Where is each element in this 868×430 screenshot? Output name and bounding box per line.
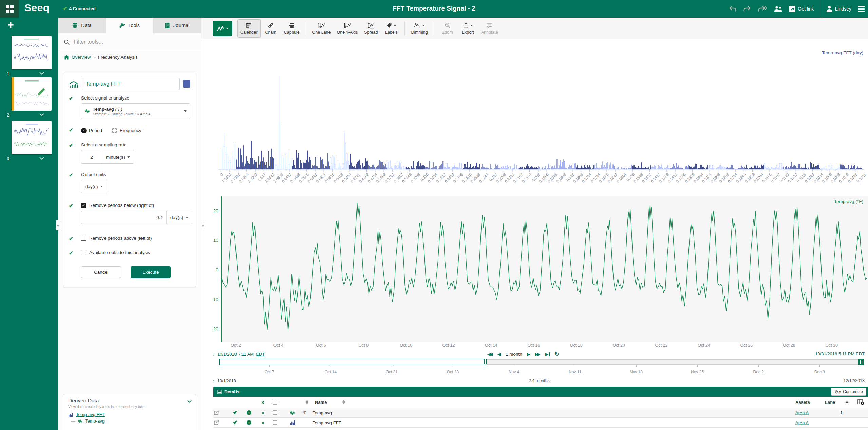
table-row-temp-avg[interactable]: i × °F Temp-avg Area A 1 bbox=[213, 408, 868, 418]
worksheet-thumbnail-2-active[interactable] bbox=[12, 77, 52, 111]
toolbar-chain-button[interactable]: Chain bbox=[261, 19, 281, 38]
toolbar-zoom-button[interactable]: Zoom bbox=[437, 19, 458, 38]
tab-data[interactable]: Data bbox=[58, 18, 106, 33]
toolbar-one-lane-button[interactable]: One Lane bbox=[309, 19, 334, 38]
period-radio[interactable]: ✔ Period bbox=[81, 128, 102, 133]
toolbar-dimming-button[interactable]: Dimming bbox=[408, 19, 431, 38]
selected-range-slider[interactable] bbox=[219, 359, 486, 365]
refresh-icon[interactable]: ↻ bbox=[554, 351, 559, 357]
output-unit-dropdown[interactable]: day(s) bbox=[81, 180, 107, 193]
remove-above-checkbox[interactable]: Remove periods above (left of) bbox=[81, 236, 190, 241]
hamburger-menu-button[interactable] bbox=[857, 4, 865, 14]
user-menu[interactable]: Lindsey bbox=[825, 5, 852, 13]
toolbar-calendar-button[interactable]: Calendar bbox=[237, 19, 261, 38]
sampling-unit-dropdown[interactable]: minute(s) bbox=[102, 150, 134, 163]
execute-button[interactable]: Execute bbox=[131, 266, 171, 278]
breadcrumb-overview-link[interactable]: Overview bbox=[72, 55, 91, 60]
step-forward-button[interactable]: ▶ bbox=[527, 352, 530, 357]
remove-below-unit-dropdown[interactable]: day(s) bbox=[167, 211, 192, 224]
home-icon[interactable] bbox=[64, 55, 69, 60]
available-outside-checkbox[interactable]: Available outside this analysis bbox=[81, 250, 190, 255]
tool-title-input[interactable]: Temp-avg FFT bbox=[82, 78, 180, 90]
chevron-down-icon[interactable] bbox=[187, 398, 192, 404]
timeline-end-handle[interactable] bbox=[858, 359, 864, 365]
chevron-down-icon[interactable] bbox=[39, 72, 44, 75]
edit-icon[interactable] bbox=[214, 410, 219, 415]
toolbar-labels-button[interactable]: Labels bbox=[381, 19, 401, 38]
derived-signal-link[interactable]: Temp-avg bbox=[85, 418, 105, 424]
collapse-panel-handle[interactable]: « bbox=[201, 220, 205, 230]
row-checkbox[interactable] bbox=[273, 411, 277, 415]
step-forward-half-button[interactable]: ▶▶ bbox=[535, 352, 541, 357]
connection-status[interactable]: ✔ 4 Connected bbox=[63, 6, 96, 11]
edit-icon[interactable] bbox=[214, 420, 219, 425]
remove-item-button[interactable]: × bbox=[261, 420, 264, 426]
toolbar-spread-button[interactable]: Spread bbox=[361, 19, 381, 38]
toolbar-one-y-axis-button[interactable]: One Y-Axis bbox=[334, 19, 361, 38]
tool-color-swatch[interactable] bbox=[183, 80, 190, 88]
collapse-rail-handle[interactable]: « bbox=[56, 220, 60, 230]
range-resize-handle[interactable] bbox=[484, 359, 487, 364]
info-icon[interactable]: i bbox=[247, 410, 251, 415]
display-range-start[interactable]: ↓ 10/1/2018 7:11 AM EDT bbox=[213, 351, 265, 357]
step-back-button[interactable]: ◀ bbox=[497, 352, 501, 357]
temp-chart-area[interactable] bbox=[221, 196, 868, 342]
derived-fft-link[interactable]: Temp-avg FFT bbox=[76, 412, 105, 417]
remove-below-checkbox[interactable]: ✔ Remove periods below (right of) bbox=[81, 203, 190, 208]
tab-tools[interactable]: Tools bbox=[106, 18, 153, 33]
chevron-down-icon[interactable] bbox=[39, 157, 44, 160]
table-row-temp-avg-fft[interactable]: i × Temp-avg FFT Area A bbox=[213, 418, 868, 428]
investigate-range-start[interactable]: ↑ 10/1/2018 bbox=[213, 378, 236, 384]
cancel-button[interactable]: Cancel bbox=[81, 266, 121, 278]
worksheet-thumbnail-3[interactable] bbox=[12, 121, 52, 154]
chevron-down-icon[interactable] bbox=[39, 113, 44, 116]
send-rocket-icon[interactable] bbox=[232, 420, 237, 425]
users-button[interactable] bbox=[773, 5, 783, 13]
remove-item-button[interactable]: × bbox=[261, 410, 264, 416]
sort-icon[interactable] bbox=[342, 400, 345, 404]
row-checkbox[interactable] bbox=[273, 420, 277, 425]
step-back-half-button[interactable]: ◀◀ bbox=[487, 352, 493, 357]
lane-column-header[interactable]: Lane bbox=[825, 400, 835, 405]
get-link-button[interactable]: Get link bbox=[788, 5, 814, 13]
filter-tools-input[interactable] bbox=[73, 39, 195, 46]
item-name[interactable]: Temp-avg FFT bbox=[313, 420, 341, 425]
app-switcher-button[interactable] bbox=[0, 0, 19, 18]
add-column-icon[interactable] bbox=[857, 399, 864, 405]
view-selector-dropdown[interactable] bbox=[213, 21, 232, 36]
investigate-end-value[interactable]: 12/12/2018 bbox=[843, 378, 865, 383]
seeq-logo[interactable]: Seeq bbox=[24, 2, 50, 14]
temp-series-label[interactable]: Temp-avg (°F) bbox=[834, 199, 863, 204]
redo-all-button[interactable] bbox=[757, 5, 768, 13]
display-end-timezone[interactable]: EDT bbox=[856, 351, 865, 356]
sort-icon[interactable] bbox=[306, 400, 308, 404]
display-range-end[interactable]: 10/31/2018 5:11 PM EDT bbox=[815, 351, 865, 356]
remove-all-button[interactable]: × bbox=[261, 399, 264, 405]
investigate-duration[interactable]: 2.4 months bbox=[529, 378, 550, 383]
sort-ascending-icon[interactable] bbox=[845, 401, 849, 403]
asset-link[interactable]: Area A bbox=[795, 420, 809, 425]
fft-series-label[interactable]: Temp-avg FFT (day) bbox=[822, 50, 863, 55]
info-icon[interactable]: i bbox=[247, 420, 251, 425]
send-rocket-icon[interactable] bbox=[232, 410, 237, 415]
item-name[interactable]: Temp-avg bbox=[313, 410, 332, 415]
remove-below-value-input[interactable] bbox=[81, 211, 167, 224]
toolbar-export-button[interactable]: Export bbox=[458, 19, 478, 38]
signal-select-dropdown[interactable]: Temp-avg (°F) Example » Cooling Tower 1 … bbox=[81, 103, 190, 119]
redo-button[interactable] bbox=[742, 5, 752, 13]
undo-button[interactable] bbox=[728, 5, 737, 13]
range-duration[interactable]: 1 month bbox=[506, 352, 522, 357]
toolbar-annotate-button[interactable]: Annotate bbox=[478, 19, 501, 38]
step-to-end-button[interactable]: ▶ bbox=[545, 352, 550, 357]
name-column-header[interactable]: Name bbox=[315, 400, 327, 405]
worksheet-thumbnail-1[interactable] bbox=[12, 36, 52, 69]
toolbar-capsule-button[interactable]: Capsule bbox=[281, 19, 303, 38]
select-all-checkbox[interactable] bbox=[273, 400, 277, 405]
asset-link[interactable]: Area A bbox=[795, 410, 809, 415]
customize-button[interactable]: ⚙⁣⚙ Customize bbox=[831, 388, 866, 396]
display-start-timezone[interactable]: EDT bbox=[256, 352, 265, 357]
assets-column-header[interactable]: Assets bbox=[795, 400, 810, 405]
frequency-radio[interactable]: Frequency bbox=[112, 128, 141, 133]
sampling-rate-input[interactable] bbox=[81, 150, 102, 163]
new-worksheet-button[interactable]: + bbox=[5, 18, 16, 32]
